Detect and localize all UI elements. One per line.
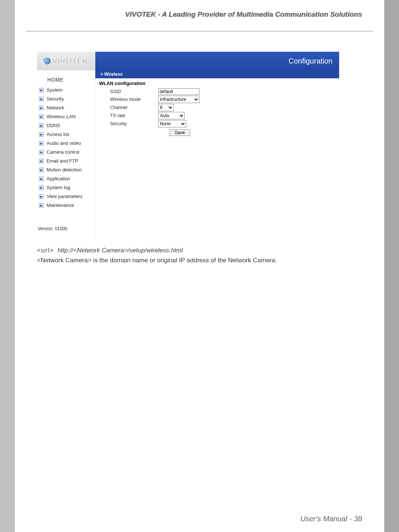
sidebar-item-security[interactable]: ▶ Security [37, 95, 95, 103]
arrow-right-icon: ▶ [39, 185, 44, 190]
arrow-right-icon: ▶ [39, 159, 44, 163]
wireless-mode-select[interactable]: Infrastructure [158, 96, 200, 103]
sidebar-item-label: System log [47, 184, 70, 191]
field-row-security: Security None [99, 120, 335, 127]
sidebar-item-system-log[interactable]: ▶ System log [37, 183, 95, 192]
arrow-right-icon: ▶ [39, 150, 44, 154]
arrow-right-icon: ▶ [39, 141, 44, 146]
config-ui-screenshot: VIVOTEK HOME ▶ System ▶ Security ▶ [37, 52, 339, 238]
arrow-right-icon: ▶ [39, 203, 44, 208]
url-label: <url> [37, 247, 54, 254]
sidebar-item-label: Camera control [47, 149, 79, 156]
sidebar-list: HOME ▶ System ▶ Security ▶ Network ▶ [37, 74, 95, 210]
main-panel: Configuration > Wireless WLAN configurat… [95, 52, 339, 238]
page-header-tagline: VIVOTEK - A Leading Provider of Multimed… [15, 10, 384, 18]
ssid-input[interactable] [158, 88, 200, 95]
page-footer: User's Manual - 38 [300, 515, 362, 523]
sidebar-item-label: System [47, 87, 62, 93]
arrow-right-icon: ▶ [39, 132, 44, 137]
divider [26, 31, 373, 31]
sidebar-item-view-parameters[interactable]: ▶ View parameters [37, 192, 95, 201]
sidebar-item-camera-control[interactable]: ▶ Camera control [37, 148, 95, 157]
sidebar-item-motion-detection[interactable]: ▶ Motion detection [37, 166, 95, 174]
field-label: SSID [99, 89, 158, 94]
save-button[interactable]: Save [169, 129, 190, 136]
arrow-right-icon: ▶ [39, 97, 44, 101]
page-left-margin [0, 0, 15, 532]
section-header: > Wireless [95, 70, 339, 78]
sidebar-item-system[interactable]: ▶ System [37, 86, 95, 95]
form-heading: WLAN configuration [99, 81, 335, 86]
sidebar-item-label: Audio and video [47, 140, 81, 147]
sidebar-item-application[interactable]: ▶ Application [37, 174, 95, 183]
arrow-right-icon: ▶ [39, 88, 44, 92]
field-row-channel: Channel 6 [99, 104, 335, 111]
sidebar-item-audio-video[interactable]: ▶ Audio and video [37, 139, 95, 148]
caption-desc: <Network Camera> is the domain name or o… [37, 255, 369, 265]
logo: VIVOTEK [44, 57, 88, 65]
logo-bar: VIVOTEK [37, 52, 95, 70]
field-label: Wireless mode [99, 97, 158, 102]
sidebar-item-label: Email and FTP [47, 158, 78, 164]
sidebar-item-ddns[interactable]: ▶ DDNS [37, 121, 95, 130]
page-title: Configuration [95, 52, 339, 70]
field-row-wireless-mode: Wireless mode Infrastructure [99, 96, 335, 103]
txrate-select[interactable]: Auto [158, 112, 185, 119]
sidebar-item-maintenance[interactable]: ▶ Maintenance [37, 201, 95, 210]
sidebar-item-label: Application [47, 175, 70, 182]
field-row-ssid: SSID [99, 88, 335, 95]
sidebar-item-label: Motion detection [47, 167, 82, 173]
url-line: <url> http://<Network Camera>/setup/wire… [37, 245, 369, 255]
version-label: Version: 0100b [38, 226, 67, 231]
wlan-form: WLAN configuration SSID Wireless mode In… [99, 81, 335, 136]
sidebar-item-label: View parameters [47, 193, 82, 200]
sidebar-item-home[interactable]: HOME [37, 74, 95, 86]
arrow-right-icon: ▶ [39, 106, 44, 110]
caption-block: <url> http://<Network Camera>/setup/wire… [37, 245, 369, 265]
channel-select[interactable]: 6 [158, 104, 174, 111]
sidebar-item-label: DDNS [47, 122, 60, 129]
arrow-right-icon: ▶ [39, 115, 44, 119]
sidebar: VIVOTEK HOME ▶ System ▶ Security ▶ [37, 52, 95, 238]
url-value: http://<Network Camera>/setup/wireless.h… [58, 247, 183, 254]
sidebar-item-label: Security [47, 96, 64, 102]
arrow-right-icon: ▶ [39, 177, 44, 181]
logo-label: VIVOTEK [52, 57, 88, 65]
security-select[interactable]: None [158, 120, 186, 127]
logo-swoosh-icon [43, 57, 51, 65]
sidebar-item-label: Wireless LAN [47, 113, 76, 120]
field-label: TX rate [99, 113, 158, 118]
sidebar-item-label: Maintenance [47, 202, 74, 209]
sidebar-item-wireless-lan[interactable]: ▶ Wireless LAN [37, 112, 95, 121]
arrow-right-icon: ▶ [39, 123, 44, 128]
sidebar-item-network[interactable]: ▶ Network [37, 103, 95, 112]
save-row: Save [99, 129, 335, 136]
sidebar-item-label: Access list [47, 131, 69, 138]
sidebar-item-email-ftp[interactable]: ▶ Email and FTP [37, 157, 95, 166]
field-label: Security [99, 121, 158, 126]
arrow-right-icon: ▶ [39, 194, 44, 199]
field-label: Channel [99, 105, 158, 110]
field-row-txrate: TX rate Auto [99, 112, 335, 119]
arrow-right-icon: ▶ [39, 168, 44, 172]
sidebar-item-access-list[interactable]: ▶ Access list [37, 130, 95, 139]
page-content: VIVOTEK - A Leading Provider of Multimed… [15, 0, 384, 532]
sidebar-item-label: Network [47, 105, 64, 111]
